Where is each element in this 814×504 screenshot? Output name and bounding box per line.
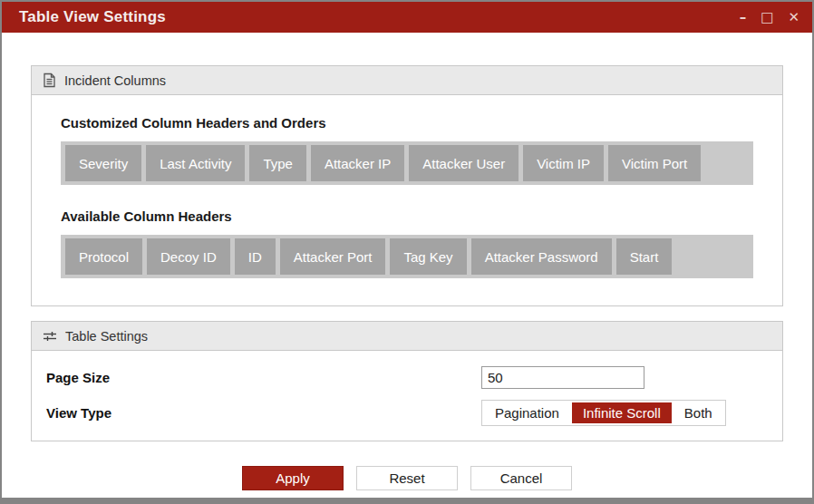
dialog-title: Table View Settings: [19, 8, 166, 26]
column-chip[interactable]: Last Activity: [146, 145, 245, 181]
close-icon[interactable]: ✕: [788, 11, 799, 24]
column-chip[interactable]: Victim IP: [523, 145, 604, 181]
cancel-button[interactable]: Cancel: [470, 466, 572, 490]
available-columns-track: ProtocolDecoy IDIDAttacker PortTag KeyAt…: [61, 235, 753, 278]
incident-columns-title: Incident Columns: [64, 73, 166, 88]
column-chip[interactable]: Attacker Password: [471, 238, 612, 275]
column-chip[interactable]: Type: [249, 145, 306, 181]
column-chip[interactable]: Victim Port: [608, 145, 701, 181]
window-controls: – □ ✕: [740, 11, 799, 24]
dialog-body: Incident Columns Customized Column Heade…: [2, 33, 812, 502]
sliders-icon: [43, 330, 57, 343]
view-type-option[interactable]: Infinite Scroll: [572, 402, 672, 423]
table-settings-section: Table Settings Page Size View Type Pagin…: [31, 321, 783, 441]
page-size-input[interactable]: [481, 366, 644, 389]
title-bar: Table View Settings – □ ✕: [2, 2, 812, 33]
available-columns-label: Available Column Headers: [61, 208, 753, 224]
incident-columns-header: Incident Columns: [32, 66, 782, 95]
view-type-row: View Type PaginationInfinite ScrollBoth: [46, 399, 768, 426]
incident-columns-content: Customized Column Headers and Orders Sev…: [32, 95, 782, 305]
reset-button[interactable]: Reset: [356, 466, 458, 490]
customized-columns-label: Customized Column Headers and Orders: [61, 115, 753, 131]
column-chip[interactable]: ID: [235, 238, 276, 275]
apply-button[interactable]: Apply: [242, 466, 344, 490]
table-view-settings-dialog: Table View Settings – □ ✕ Incident: [0, 0, 814, 504]
column-chip[interactable]: Attacker IP: [311, 145, 404, 181]
column-chip[interactable]: Start: [616, 238, 673, 275]
view-type-option[interactable]: Pagination: [484, 402, 570, 423]
column-chip[interactable]: Attacker Port: [280, 238, 386, 275]
incident-columns-section: Incident Columns Customized Column Heade…: [31, 65, 783, 306]
maximize-icon[interactable]: □: [761, 11, 773, 24]
page-size-row: Page Size: [46, 363, 768, 391]
customized-columns-track: SeverityLast ActivityTypeAttacker IPAtta…: [61, 141, 753, 185]
document-icon: [43, 73, 56, 88]
view-type-segmented-control: PaginationInfinite ScrollBoth: [481, 400, 726, 426]
view-type-option[interactable]: Both: [673, 402, 723, 423]
column-chip[interactable]: Severity: [65, 145, 141, 181]
page-size-label: Page Size: [46, 370, 110, 385]
table-settings-title: Table Settings: [65, 329, 148, 344]
column-chip[interactable]: Attacker User: [409, 145, 518, 181]
table-settings-header: Table Settings: [32, 322, 782, 351]
view-type-label: View Type: [46, 405, 111, 421]
column-chip[interactable]: Protocol: [65, 238, 142, 275]
column-chip[interactable]: Tag Key: [390, 238, 466, 275]
column-chip[interactable]: Decoy ID: [147, 238, 230, 275]
minimize-icon[interactable]: –: [740, 11, 747, 24]
footer-actions: Apply Reset Cancel: [31, 441, 783, 502]
table-settings-content: Page Size View Type PaginationInfinite S…: [32, 351, 782, 441]
